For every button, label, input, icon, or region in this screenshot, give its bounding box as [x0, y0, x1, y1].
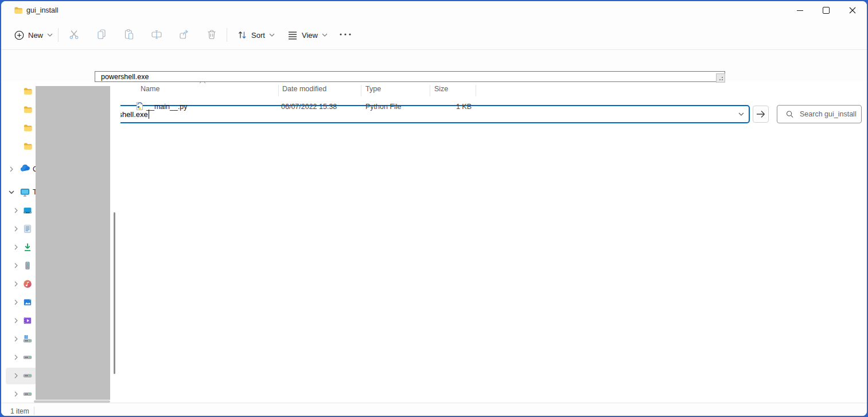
drive-icon: [23, 389, 32, 399]
new-button-label: New: [28, 31, 43, 40]
title-bar: gui_install: [1, 1, 867, 20]
search-input[interactable]: [799, 110, 861, 119]
windows-drive-icon: [23, 334, 32, 344]
redacted-region: [36, 86, 110, 400]
videos-icon: [23, 316, 32, 325]
minimize-button[interactable]: [787, 1, 813, 20]
this-pc-monitor-icon: [20, 188, 30, 197]
ellipsis-icon: [339, 33, 352, 36]
suggestion-item[interactable]: powershell.exe: [101, 73, 149, 81]
rename-icon: [151, 29, 162, 40]
file-type: Python File: [365, 103, 402, 111]
column-header-size[interactable]: Size: [434, 85, 448, 93]
copy-button[interactable]: [90, 25, 113, 44]
chevron-down-icon[interactable]: [8, 189, 15, 196]
paste-icon: [123, 29, 135, 40]
column-divider[interactable]: [430, 85, 430, 96]
paste-button[interactable]: [118, 25, 141, 44]
file-row[interactable]: __main__.py 06/07/2022 15:38 Python File…: [126, 100, 493, 114]
new-button[interactable]: New: [9, 26, 58, 44]
share-icon: [178, 29, 190, 40]
toolbar-separator: [58, 28, 59, 42]
close-button[interactable]: [839, 1, 866, 20]
desktop-icon: [23, 206, 32, 215]
folder-icon: [23, 142, 32, 151]
device-icon: [23, 261, 32, 270]
python-file-icon: [135, 102, 144, 111]
column-divider[interactable]: [361, 85, 361, 96]
chevron-right-icon[interactable]: [13, 354, 20, 361]
drive-icon: [23, 371, 32, 380]
sort-icon: [237, 30, 247, 40]
plus-circle-icon: [14, 30, 24, 40]
onedrive-cloud-icon: [20, 165, 30, 174]
file-date-modified: 06/07/2022 15:38: [281, 103, 337, 111]
chevron-right-icon[interactable]: [13, 372, 20, 379]
chevron-right-icon[interactable]: [13, 207, 20, 214]
chevron-right-icon[interactable]: [13, 299, 20, 306]
arrow-right-icon: [756, 110, 765, 118]
chevron-down-icon: [269, 33, 275, 37]
folder-icon: [14, 6, 23, 15]
address-suggestion-dropdown: powershell.exe: [95, 71, 725, 82]
file-name: __main__.py: [146, 103, 188, 111]
share-button[interactable]: [173, 25, 196, 44]
search-box[interactable]: [777, 105, 862, 123]
item-count: 1 item: [10, 407, 29, 415]
chevron-down-icon: [47, 33, 53, 37]
chevron-right-icon[interactable]: [8, 166, 15, 173]
delete-button[interactable]: [200, 25, 223, 44]
chevron-right-icon[interactable]: [13, 391, 20, 397]
cut-button[interactable]: [63, 25, 85, 44]
search-icon: [786, 110, 793, 118]
folder-icon: [23, 123, 32, 132]
minimize-icon: [797, 10, 803, 11]
chevron-right-icon[interactable]: [13, 262, 20, 269]
folder-icon: [23, 87, 32, 96]
column-divider[interactable]: [476, 85, 476, 96]
documents-icon: [23, 224, 32, 233]
chevron-right-icon[interactable]: [13, 336, 20, 342]
file-size: 1 KB: [434, 103, 472, 111]
folder-icon: [23, 105, 32, 114]
column-divider[interactable]: [278, 85, 279, 96]
rename-button[interactable]: [145, 25, 168, 44]
more-options-button[interactable]: [334, 25, 357, 44]
maximize-icon: [823, 7, 830, 14]
window-title: gui_install: [26, 6, 59, 14]
chevron-right-icon[interactable]: [13, 317, 20, 324]
go-to-button[interactable]: [753, 106, 769, 123]
file-explorer-window: gui_install New: [1, 1, 867, 416]
copy-icon: [96, 29, 107, 40]
chevron-down-icon: [322, 33, 328, 37]
sort-button[interactable]: Sort: [232, 26, 280, 44]
resize-grip[interactable]: [716, 73, 725, 83]
chevron-down-icon: [738, 112, 744, 116]
maximize-button[interactable]: [813, 1, 839, 20]
sort-button-label: Sort: [251, 31, 265, 40]
drive-icon: [23, 353, 32, 362]
view-icon: [287, 30, 298, 40]
status-divider: [34, 407, 34, 415]
chevron-right-icon[interactable]: [13, 225, 20, 232]
chevron-right-icon[interactable]: [13, 280, 20, 287]
view-button[interactable]: View: [282, 26, 333, 44]
address-dropdown-button[interactable]: [738, 112, 744, 116]
view-button-label: View: [302, 31, 318, 40]
close-icon: [849, 7, 856, 14]
status-bar: 1 item: [1, 403, 867, 416]
horizontal-scrollbar[interactable]: [34, 400, 110, 403]
chevron-right-icon[interactable]: [13, 244, 20, 251]
pictures-icon: [23, 298, 32, 307]
downloads-icon: [23, 243, 32, 252]
column-header-type[interactable]: Type: [365, 85, 381, 93]
scissors-icon: [68, 29, 80, 40]
toolbar-separator: [227, 28, 227, 42]
column-header-date-modified[interactable]: Date modified: [282, 85, 326, 93]
vertical-scrollbar[interactable]: [114, 212, 115, 374]
trash-icon: [206, 29, 217, 40]
music-icon: [23, 279, 32, 289]
column-header-name[interactable]: Name: [141, 85, 159, 93]
command-toolbar: New Sort View: [1, 20, 867, 50]
